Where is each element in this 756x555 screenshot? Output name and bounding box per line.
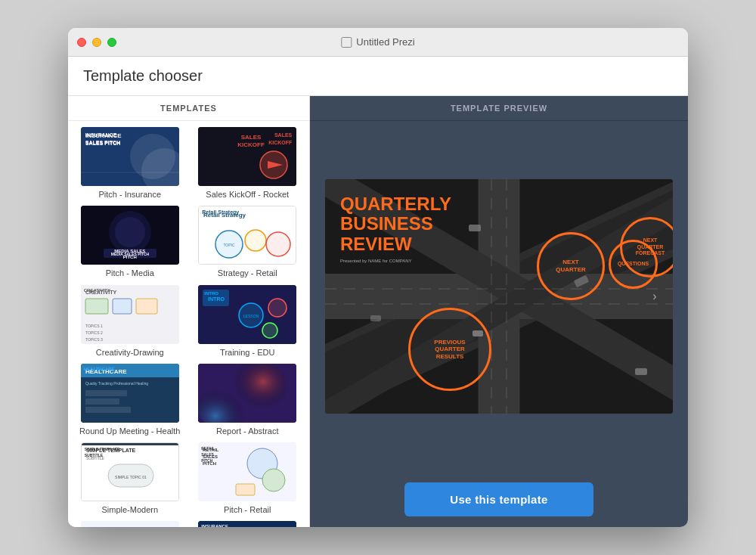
app-window: Untitled Prezi Template chooser TEMPLATE… [68,28,688,527]
preview-area: ‹ [310,121,688,472]
svg-text:INSURANCE: INSURANCE [203,526,234,527]
svg-text:TOPIC: TOPIC [224,243,236,247]
template-label-pitch-insurance: Pitch - Insurance [98,189,161,200]
svg-text:SIMPLE TEMPLATE: SIMPLE TEMPLATE [86,448,136,453]
svg-text:RETAIL: RETAIL [203,448,219,452]
svg-rect-24 [113,299,132,314]
svg-text:SALES PITCH: SALES PITCH [85,141,120,146]
slide-circle-questions: QUESTIONS [609,240,658,289]
template-label-sales-kickoff: Sales KickOff - Rocket [206,189,289,200]
template-thumb-exec-insurance: INSURANCE [198,521,296,527]
svg-text:HEALTHCARE: HEALTHCARE [85,368,127,375]
slide-title-line3: REVIEW [340,234,451,254]
template-thumb-simple-modern: SIMPLE TEMPLATE SUBTITLE SIMPLE TOPIC 01 [81,442,179,501]
title-bar: Untitled Prezi [68,28,688,57]
slide-subtitle: Presented by NAME for COMPANY [340,259,451,263]
svg-point-19 [266,232,290,256]
preview-next-arrow[interactable]: › [644,286,665,307]
svg-rect-23 [85,299,108,314]
template-item-strategy-retail[interactable]: Retail Strategy TOPIC Strategy - Retail [192,206,304,278]
svg-rect-42 [85,407,131,413]
template-thumb-sales-kickoff: SALES KICKOFF [198,127,296,186]
template-item-pitch-media[interactable]: MEDIA SALES PITCH Pitch - Media [74,206,186,278]
slide-circle-next-quarter-text: NEXTQUARTER [553,256,589,276]
template-thumb-pitch-insurance: INSURANCE SALES PITCH [81,127,179,186]
template-item-pitch-retail[interactable]: RETAIL SALES PITCH Pitch - Retail [192,442,304,515]
svg-rect-37 [81,364,179,377]
page-title: Template chooser [83,67,673,85]
svg-rect-47 [82,443,179,445]
svg-text:SIMPLE TOPIC 01: SIMPLE TOPIC 01 [115,475,147,479]
svg-text:INSURANCE: INSURANCE [85,132,122,139]
window-title-area: Untitled Prezi [341,36,414,48]
prezi-icon [341,37,352,48]
svg-text:Quality Tracking Professional : Quality Tracking Professional Healing [85,381,148,386]
window-title: Untitled Prezi [356,36,414,48]
template-item-sales-kickoff[interactable]: SALES KICKOFF Sales KickOff - Rocket [192,127,304,200]
slide-circle-prev-quarter: PREVIOUSQUARTERRESULTS [408,308,491,391]
left-panel: TEMPLATES INSURANCE SALES PITCH Pitch - … [68,96,310,527]
svg-text:LESSON: LESSON [243,314,259,318]
slide-title-line2: BUSINESS [340,214,451,234]
maximize-button[interactable] [107,38,116,47]
right-panel: TEMPLATE PREVIEW ‹ [310,96,688,527]
template-label-creativity-drawing: Creativity-Drawing [96,347,164,358]
svg-text:SUBTITLE: SUBTITLE [86,456,105,460]
use-template-area: Use this template [310,472,688,527]
templates-header: TEMPLATES [68,96,309,121]
template-label-strategy-retail: Strategy - Retail [218,268,277,278]
template-thumb-training-edu: INTRO LESSON [198,285,296,344]
svg-point-34 [262,323,277,338]
template-thumb-strategy-retail: Retail Strategy TOPIC [198,206,296,265]
template-item-roundup-health[interactable]: HEALTHCARE Quality Tracking Professional… [74,364,186,436]
svg-rect-58 [236,484,255,495]
template-item-pitch-insurance[interactable]: INSURANCE SALES PITCH Pitch - Insurance [74,127,186,200]
template-label-report-abstract: Report - Abstract [216,426,279,436]
template-item-training-edu[interactable]: INTRO LESSON Training - EDU [192,285,304,358]
template-thumb-report-abstract [198,364,296,423]
template-thumb-pitch-retail: RETAIL SALES PITCH [198,442,296,501]
svg-rect-25 [136,299,157,314]
template-item-exec-insurance[interactable]: INSURANCE Executive Brief - Insurance [192,521,304,527]
svg-point-18 [245,230,266,251]
slide-circle-prev-quarter-text: PREVIOUSQUARTERRESULTS [431,336,468,364]
app-header: Template chooser [68,57,688,96]
template-item-around-topic[interactable]: MAIN Around a Topic [74,521,186,527]
svg-text:TOPICS 1: TOPICS 1 [85,324,103,328]
templates-grid: INSURANCE SALES PITCH Pitch - Insurance … [68,121,309,527]
svg-text:SALES: SALES [241,134,262,141]
template-thumb-pitch-media: MEDIA SALES PITCH [81,206,179,265]
close-button[interactable] [77,38,86,47]
minimize-button[interactable] [92,38,101,47]
template-label-pitch-media: Pitch - Media [106,268,154,278]
template-thumb-roundup-health: HEALTHCARE Quality Tracking Professional… [81,364,179,423]
preview-slide: QUARTERLY BUSINESS REVIEW Presented by N… [325,179,673,414]
svg-point-57 [262,469,285,491]
template-label-training-edu: Training - EDU [220,347,274,358]
slide-circle-questions-text: QUESTIONS [615,258,652,270]
svg-text:TOPICS 3: TOPICS 3 [85,337,103,342]
svg-point-33 [268,299,287,317]
template-item-creativity-drawing[interactable]: CREATIVITY TOPICS 1 TOPICS 2 TOPICS 3 Cr… [74,285,186,358]
template-label-simple-modern: Simple-Modern [101,504,158,515]
svg-point-12 [115,217,145,247]
svg-rect-41 [85,398,119,405]
svg-text:Retail Strategy: Retail Strategy [203,212,246,219]
svg-text:KICKOFF: KICKOFF [237,141,265,148]
template-thumb-creativity-drawing: CREATIVITY TOPICS 1 TOPICS 2 TOPICS 3 [81,285,179,344]
main-content: TEMPLATES INSURANCE SALES PITCH Pitch - … [68,96,688,527]
svg-rect-88 [635,368,647,375]
svg-text:MEDIA SALES PITCH: MEDIA SALES PITCH [111,252,150,256]
template-item-simple-modern[interactable]: SIMPLE TEMPLATE SUBTITLE SIMPLE TOPIC 01… [74,442,186,515]
svg-rect-85 [469,225,481,231]
template-item-report-abstract[interactable]: Report - Abstract [192,364,304,436]
slide-circle-next-quarter: NEXTQUARTER [537,232,605,300]
svg-text:CREATIVITY: CREATIVITY [85,290,116,295]
preview-header: TEMPLATE PREVIEW [310,96,688,121]
svg-text:TOPICS 2: TOPICS 2 [85,330,103,335]
svg-rect-89 [370,315,381,321]
use-template-button[interactable]: Use this template [404,482,593,516]
template-label-roundup-health: Round Up Meeting - Health [79,426,180,436]
svg-text:SALES: SALES [203,454,218,459]
slide-title-line1: QUARTERLY [340,194,451,214]
